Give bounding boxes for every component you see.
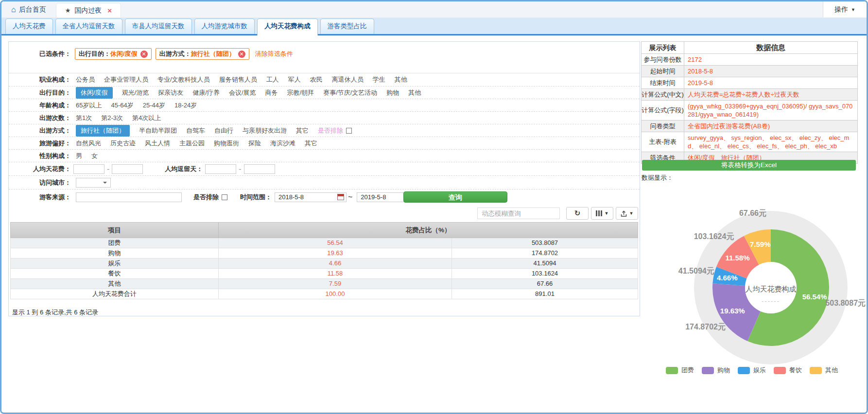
date-from-field[interactable]: 2018-5-8 bbox=[275, 192, 347, 202]
table-row[interactable]: 餐饮 11.58 103.1624 bbox=[11, 269, 638, 279]
exclude-checkbox[interactable] bbox=[346, 128, 352, 134]
filter-label: 访问城市： bbox=[9, 178, 71, 187]
filter-option[interactable]: 学生 bbox=[373, 75, 385, 84]
table-row[interactable]: 其他 7.59 67.66 bbox=[11, 279, 638, 289]
filter-option[interactable]: 自驾车 bbox=[186, 126, 205, 135]
filter-option[interactable]: 45-64岁 bbox=[111, 101, 133, 110]
operations-dropdown[interactable]: 操作 ▼ bbox=[823, 1, 867, 17]
filter-option[interactable]: 健康/疗养 bbox=[192, 88, 220, 97]
filter-option[interactable]: 第2-3次 bbox=[101, 114, 123, 122]
sub-tab[interactable]: 人均游览城市数 bbox=[194, 18, 255, 34]
sub-tab-bar: 人均天花费全省人均逗留天数市县人均逗留天数人均游览城市数人均天花费构成游客类型占… bbox=[1, 18, 867, 35]
legend-item[interactable]: 团费 bbox=[666, 366, 694, 375]
legend-item[interactable]: 娱乐 bbox=[738, 366, 766, 375]
sub-tab[interactable]: 人均天花费 bbox=[5, 18, 53, 34]
calendar-icon[interactable] bbox=[337, 194, 344, 200]
filter-option[interactable]: 服务销售人员 bbox=[219, 75, 257, 84]
nav-home[interactable]: ⌂ 后台首页 bbox=[1, 1, 56, 17]
export-excel-button[interactable]: 将表格转换为Excel bbox=[642, 160, 856, 171]
filter-option[interactable]: 宗教/朝拜 bbox=[287, 88, 314, 97]
stay-max-input[interactable] bbox=[244, 164, 275, 174]
filter-option[interactable]: 第4次以上 bbox=[132, 114, 161, 122]
filter-option[interactable]: 购物逛街 bbox=[214, 139, 239, 148]
filter-option[interactable]: 主题公园 bbox=[179, 139, 205, 148]
filter-option[interactable]: 男 bbox=[76, 152, 82, 160]
filter-option[interactable]: 其他 bbox=[408, 88, 421, 97]
filter-option[interactable]: 半自助半跟团 bbox=[139, 126, 177, 135]
legend-item[interactable]: 其他 bbox=[810, 366, 838, 375]
close-tab-icon[interactable]: × bbox=[107, 6, 112, 15]
table-row[interactable]: 娱乐 4.66 41.5094 bbox=[11, 259, 638, 269]
export-button[interactable]: ▼ bbox=[616, 207, 638, 220]
filter-option[interactable]: 其它 bbox=[296, 126, 309, 135]
refresh-button[interactable]: ↻ bbox=[566, 207, 589, 220]
remove-condition-icon[interactable]: ✕ bbox=[238, 51, 245, 58]
filter-option[interactable]: 离退休人员 bbox=[332, 75, 364, 84]
sub-tab[interactable]: 游客类型占比 bbox=[320, 18, 374, 34]
filter-option[interactable]: 休闲/度假 bbox=[76, 87, 113, 99]
filter-option[interactable]: 农民 bbox=[310, 75, 323, 84]
filter-option[interactable]: 第1次 bbox=[76, 114, 92, 122]
filter-option[interactable]: 25-44岁 bbox=[143, 101, 165, 110]
visit-city-select[interactable] bbox=[76, 178, 111, 188]
filter-option[interactable]: 工人 bbox=[266, 75, 279, 84]
doc-tab-active[interactable]: ★ 国内过夜 × bbox=[56, 3, 121, 17]
filter-option[interactable]: 公务员 bbox=[76, 75, 95, 84]
filter-option[interactable]: 军人 bbox=[288, 75, 301, 84]
filter-option[interactable]: 企事业管理人员 bbox=[104, 75, 148, 84]
sub-tab[interactable]: 市县人均逗留天数 bbox=[125, 18, 192, 34]
filter-option[interactable]: 女 bbox=[91, 152, 98, 160]
filter-option[interactable]: 其他 bbox=[395, 75, 407, 84]
spend-max-input[interactable] bbox=[112, 164, 143, 174]
table-row[interactable]: 购物 19.63 174.8702 bbox=[11, 248, 638, 259]
filter-option[interactable]: 自然风光 bbox=[76, 139, 101, 148]
filter-option[interactable]: 旅行社（随团） bbox=[76, 125, 130, 137]
condition-chip: 出游方式： 旅行社（随团） ✕ bbox=[156, 48, 249, 60]
sub-tab[interactable]: 人均天花费构成 bbox=[257, 18, 318, 35]
filter-option[interactable]: 18-24岁 bbox=[174, 101, 197, 110]
operations-label: 操作 bbox=[834, 5, 848, 14]
query-button[interactable]: 查询 bbox=[403, 191, 507, 203]
col-header-cost-share[interactable]: 花费占比（%） bbox=[219, 226, 638, 235]
filter-option[interactable]: 专业/文教科技人员 bbox=[157, 75, 210, 84]
slice-amount-label: 41.5094元 bbox=[678, 267, 714, 275]
filter-option[interactable]: 65岁以上 bbox=[76, 101, 102, 110]
stay-min-input[interactable] bbox=[205, 164, 236, 174]
remove-condition-icon[interactable]: ✕ bbox=[140, 51, 148, 58]
columns-button[interactable]: ▼ bbox=[591, 207, 613, 220]
filter-option[interactable]: 海滨沙滩 bbox=[270, 139, 295, 148]
time-range-label: 时间范围： bbox=[240, 193, 272, 202]
filter-option[interactable]: 购物 bbox=[386, 88, 399, 97]
filter-option[interactable]: 探险 bbox=[248, 139, 261, 148]
slice-amount-label: 67.66元 bbox=[739, 209, 766, 217]
info-label: 结束时间 bbox=[642, 77, 684, 88]
tourist-source-input[interactable] bbox=[76, 192, 182, 202]
filter-option[interactable]: 赛事/节庆/文艺活动 bbox=[323, 88, 377, 97]
col-header-item[interactable]: 项目 bbox=[11, 222, 219, 238]
donut-chart: 56.54%503.8087元19.63%174.8702元4.66%41.50… bbox=[641, 181, 868, 366]
filter-option[interactable]: 观光/游览 bbox=[122, 88, 149, 97]
columns-icon bbox=[596, 210, 602, 216]
filter-option[interactable]: 历史古迹 bbox=[110, 139, 136, 148]
clear-filters-link[interactable]: 清除筛选条件 bbox=[255, 50, 293, 58]
legend-label: 其他 bbox=[825, 366, 838, 375]
cell-item: 其他 bbox=[11, 279, 219, 289]
table-row[interactable]: 人均天花费合计 100.00 891.01 bbox=[11, 289, 638, 299]
info-label: 问卷类型 bbox=[642, 121, 684, 132]
filter-option[interactable]: 会议/展览 bbox=[229, 88, 256, 97]
filter-option[interactable]: 商务 bbox=[265, 88, 278, 97]
spend-min-input[interactable] bbox=[73, 164, 104, 174]
filter-option[interactable]: 与亲朋好友出游 bbox=[243, 126, 287, 135]
source-exclude-checkbox[interactable] bbox=[222, 194, 227, 200]
filter-option[interactable]: 其它 bbox=[305, 139, 317, 148]
legend-item[interactable]: 餐饮 bbox=[774, 366, 802, 375]
header-display-list: 展示列表 bbox=[642, 42, 684, 54]
filter-row-times: 出游次数： 第1次第2-3次第4次以上 bbox=[9, 111, 640, 124]
sub-tab[interactable]: 全省人均逗留天数 bbox=[55, 18, 122, 34]
filter-option[interactable]: 自由行 bbox=[214, 126, 233, 135]
legend-item[interactable]: 购物 bbox=[702, 366, 730, 375]
search-input[interactable] bbox=[477, 207, 560, 219]
table-row[interactable]: 团费 56.54 503.8087 bbox=[11, 238, 638, 248]
filter-option[interactable]: 探亲访友 bbox=[158, 88, 183, 97]
filter-option[interactable]: 风土人情 bbox=[145, 139, 170, 148]
